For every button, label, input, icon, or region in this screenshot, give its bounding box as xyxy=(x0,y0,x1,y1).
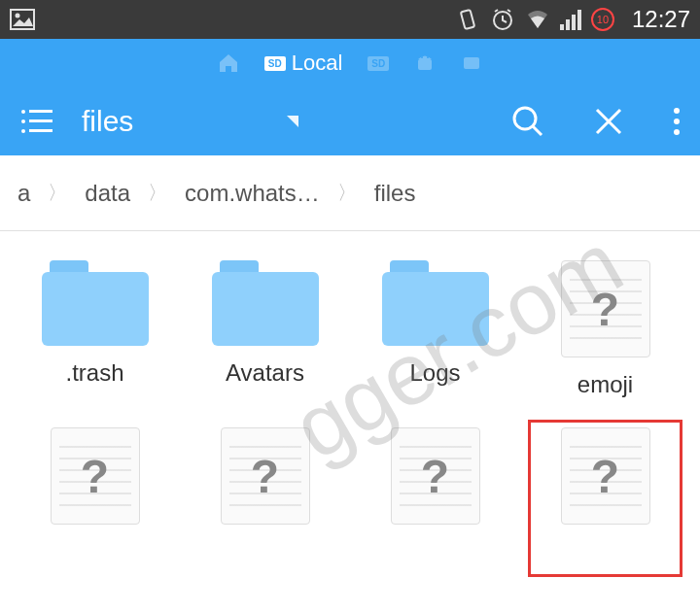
svg-rect-13 xyxy=(29,110,52,113)
tab-local-label: Local xyxy=(292,51,343,76)
svg-point-20 xyxy=(674,119,680,124)
svg-point-9 xyxy=(421,56,423,58)
breadcrumb-item[interactable]: data xyxy=(67,180,148,207)
tab-local[interactable]: SD Local xyxy=(259,47,349,80)
svg-point-18 xyxy=(514,108,536,129)
breadcrumb-item[interactable]: files xyxy=(357,180,434,207)
signal-icon xyxy=(560,9,581,30)
tab-home[interactable] xyxy=(212,49,245,78)
notification-badge: 10 xyxy=(591,8,614,31)
file-grid: .trash Avatars Logs ? emoji ? ? ? ? xyxy=(0,231,700,567)
chevron-right-icon: 〉 xyxy=(337,180,357,206)
tab-android[interactable] xyxy=(408,49,441,78)
chevron-right-icon: 〉 xyxy=(48,180,67,206)
svg-rect-2 xyxy=(461,10,474,29)
picture-icon xyxy=(10,9,35,30)
item-label: Avatars xyxy=(226,359,304,387)
item-label: .trash xyxy=(65,359,123,387)
folder-item[interactable]: Logs xyxy=(350,251,520,408)
item-label: Logs xyxy=(409,359,460,387)
svg-point-14 xyxy=(21,119,25,123)
folder-icon xyxy=(42,260,149,346)
file-item[interactable]: ? emoji xyxy=(520,251,690,408)
svg-point-19 xyxy=(674,108,680,114)
file-item[interactable]: ? xyxy=(10,418,180,548)
svg-point-10 xyxy=(427,56,429,58)
chevron-right-icon: 〉 xyxy=(148,180,167,206)
file-item[interactable]: ? xyxy=(180,418,350,548)
tab-network[interactable] xyxy=(455,49,488,78)
toolbar-title[interactable]: files xyxy=(82,105,133,138)
svg-point-16 xyxy=(21,129,25,133)
svg-rect-7 xyxy=(578,10,581,30)
toolbar: files xyxy=(0,87,700,155)
unknown-file-icon: ? xyxy=(51,427,140,525)
folder-item[interactable]: .trash xyxy=(10,251,180,408)
menu-list-icon[interactable] xyxy=(19,108,54,135)
unknown-file-icon: ? xyxy=(561,260,650,357)
unknown-file-icon: ? xyxy=(561,427,650,525)
svg-rect-6 xyxy=(572,15,576,30)
close-icon[interactable] xyxy=(593,106,624,137)
item-label: emoji xyxy=(578,371,633,398)
folder-item[interactable]: Avatars xyxy=(180,251,350,408)
svg-point-21 xyxy=(674,129,680,135)
svg-rect-15 xyxy=(29,119,52,122)
file-item[interactable]: ? xyxy=(520,418,690,548)
vibrate-icon xyxy=(455,7,480,32)
breadcrumb-item[interactable]: com.whats… xyxy=(167,180,337,207)
alarm-icon xyxy=(490,7,515,32)
status-bar: 10 12:27 xyxy=(0,0,700,39)
folder-icon xyxy=(212,260,319,346)
svg-rect-5 xyxy=(566,19,570,30)
wifi-icon xyxy=(525,9,550,30)
breadcrumb: a 〉 data 〉 com.whats… 〉 files xyxy=(0,155,700,231)
clock-text: 12:27 xyxy=(632,6,690,33)
sd-icon: SD xyxy=(264,56,286,71)
svg-point-12 xyxy=(21,110,25,114)
svg-point-1 xyxy=(16,14,20,18)
svg-rect-8 xyxy=(418,59,432,70)
search-icon[interactable] xyxy=(511,105,544,138)
tab-sd2[interactable]: SD xyxy=(362,52,395,75)
breadcrumb-item[interactable]: a xyxy=(0,180,48,207)
svg-rect-17 xyxy=(29,129,52,132)
folder-icon xyxy=(382,260,489,346)
storage-tabs: SD Local SD xyxy=(0,39,700,87)
file-item[interactable]: ? xyxy=(350,418,520,548)
dropdown-arrow-icon[interactable] xyxy=(287,116,298,127)
sd-icon: SD xyxy=(368,56,389,71)
unknown-file-icon: ? xyxy=(391,427,480,525)
more-icon[interactable] xyxy=(673,107,681,136)
svg-rect-4 xyxy=(560,24,564,30)
unknown-file-icon: ? xyxy=(221,427,310,525)
svg-rect-11 xyxy=(464,57,479,69)
